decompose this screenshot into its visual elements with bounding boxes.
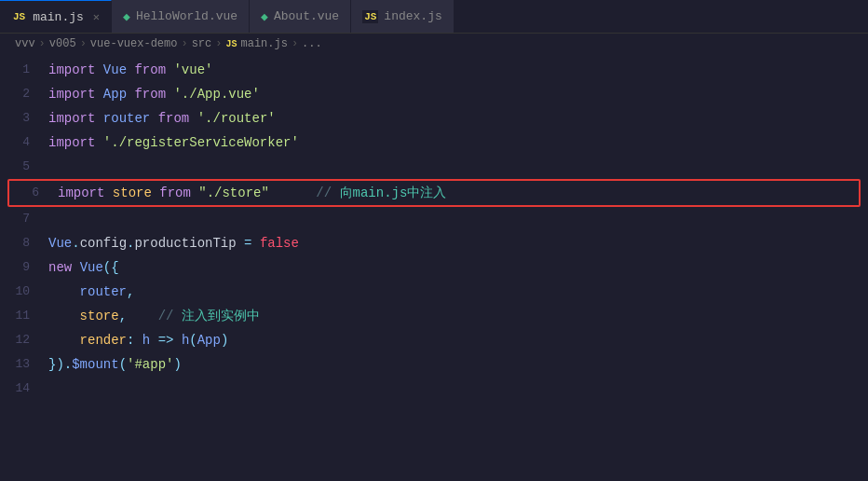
- tab-helloworld-vue[interactable]: ◆ HelloWorld.vue: [112, 0, 250, 33]
- vue-icon: ◆: [261, 9, 268, 24]
- tab-main-js[interactable]: JS main.js ✕: [0, 0, 112, 33]
- line-content: import store from "./store" // 向main.js中…: [54, 181, 859, 205]
- code-line: 11 store, // 注入到实例中: [0, 304, 868, 328]
- line-number: 3: [0, 106, 45, 131]
- js-icon: JS: [362, 10, 378, 23]
- line-number: 12: [0, 328, 45, 352]
- code-line: 8Vue.config.productionTip = false: [0, 231, 868, 255]
- line-content: new Vue({: [45, 255, 868, 280]
- line-number: 5: [0, 155, 45, 179]
- line-number: 11: [0, 304, 45, 328]
- line-number: 6: [9, 181, 54, 205]
- js-icon: JS: [11, 10, 27, 23]
- code-line: 4import './registerServiceWorker': [0, 131, 868, 155]
- line-number: 7: [0, 207, 45, 231]
- code-line: 1import Vue from 'vue': [0, 58, 868, 82]
- tab-label: HelloWorld.vue: [136, 9, 237, 23]
- vue-icon: ◆: [123, 9, 130, 24]
- code-line: 14: [0, 377, 868, 401]
- line-number: 1: [0, 58, 45, 82]
- code-line: 6import store from "./store" // 向main.js…: [7, 179, 861, 207]
- tab-index-js[interactable]: JS index.js: [351, 0, 454, 33]
- tab-close-button[interactable]: ✕: [93, 10, 100, 24]
- line-number: 4: [0, 131, 45, 155]
- line-content: router,: [45, 280, 868, 304]
- line-content: Vue.config.productionTip = false: [45, 231, 868, 255]
- tab-label: index.js: [384, 9, 441, 23]
- tab-label: About.vue: [274, 9, 339, 23]
- line-content: store, // 注入到实例中: [45, 304, 868, 328]
- code-line: 12 render: h => h(App): [0, 328, 868, 352]
- tab-label: main.js: [33, 10, 84, 24]
- line-number: 2: [0, 82, 45, 106]
- tab-about-vue[interactable]: ◆ About.vue: [250, 0, 351, 33]
- code-line: 13}).$mount('#app'): [0, 352, 868, 377]
- line-content: }).$mount('#app'): [45, 352, 868, 377]
- breadcrumb: vvv › v005 › vue-vuex-demo › src › JS ma…: [0, 34, 868, 54]
- code-line: 7: [0, 207, 868, 231]
- code-line: 9new Vue({: [0, 255, 868, 280]
- code-line: 5: [0, 155, 868, 179]
- line-number: 8: [0, 231, 45, 255]
- line-number: 10: [0, 280, 45, 304]
- line-number: 9: [0, 255, 45, 280]
- line-number: 14: [0, 377, 45, 401]
- line-content: import './registerServiceWorker': [45, 131, 868, 155]
- code-editor: 1import Vue from 'vue'2import App from '…: [0, 54, 868, 477]
- code-line: 3import router from './router': [0, 106, 868, 131]
- line-number: 13: [0, 352, 45, 377]
- line-content: import Vue from 'vue': [45, 58, 868, 82]
- line-content: import router from './router': [45, 106, 868, 131]
- code-line: 2import App from './App.vue': [0, 82, 868, 106]
- tab-bar: JS main.js ✕ ◆ HelloWorld.vue ◆ About.vu…: [0, 0, 868, 34]
- line-content: render: h => h(App): [45, 328, 868, 352]
- line-content: import App from './App.vue': [45, 82, 868, 106]
- js-breadcrumb-icon: JS: [225, 39, 237, 49]
- code-line: 10 router,: [0, 280, 868, 304]
